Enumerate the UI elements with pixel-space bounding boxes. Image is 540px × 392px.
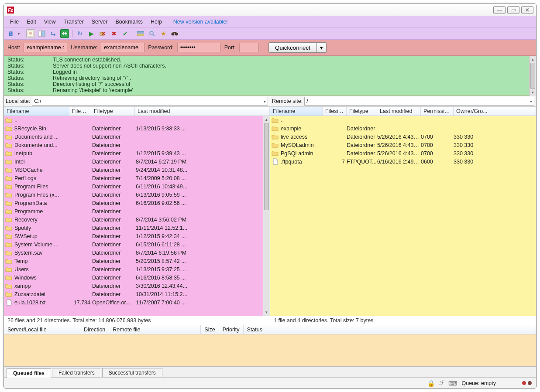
site-manager-icon[interactable]: 🖥 bbox=[7, 29, 15, 38]
list-item[interactable]: PgSQLadminDateiordner5/26/2016 4:43:...0… bbox=[270, 149, 536, 157]
compare-icon[interactable] bbox=[60, 29, 69, 38]
list-item[interactable]: System.savDateiordner8/7/2014 6:19:56 PM bbox=[4, 249, 263, 257]
maximize-button[interactable]: ▭ bbox=[507, 6, 519, 14]
close-button[interactable]: ✕ bbox=[521, 6, 533, 14]
list-item[interactable]: live accessDateiordner5/26/2016 4:43:...… bbox=[270, 133, 536, 141]
list-item[interactable]: UsersDateiordner1/13/2015 9:37:25 ... bbox=[4, 265, 263, 273]
host-input[interactable] bbox=[24, 43, 67, 52]
list-item[interactable]: SWSetupDateiordner1/12/2015 9:42:34 ... bbox=[4, 232, 263, 240]
quickconnect-button[interactable]: Quickconnect bbox=[268, 42, 317, 53]
quickconnect-history-button[interactable]: ▾ bbox=[317, 42, 327, 53]
list-item[interactable]: MSOCacheDateiordner9/24/2014 10:31:48... bbox=[4, 166, 263, 174]
queue-tabs: Queued files Failed transfers Successful… bbox=[4, 367, 536, 378]
menu-edit[interactable]: Edit bbox=[23, 18, 40, 26]
local-col-filename[interactable]: Filename bbox=[4, 107, 69, 116]
remote-col-filetype[interactable]: Filetype bbox=[347, 107, 377, 116]
local-path-input[interactable] bbox=[32, 97, 268, 106]
remote-col-filesize[interactable]: Filesize bbox=[323, 107, 347, 116]
list-item[interactable]: IntelDateiordner8/7/2014 6:27:19 PM bbox=[4, 157, 263, 166]
list-item[interactable]: .. bbox=[4, 116, 263, 124]
remote-path-input[interactable] bbox=[304, 97, 534, 106]
list-item[interactable]: MySQLadminDateiordner5/26/2016 4:43:...0… bbox=[270, 141, 536, 149]
toggle-tree-icon[interactable] bbox=[38, 29, 46, 38]
menu-server[interactable]: Server bbox=[88, 18, 111, 26]
sync-browsing-icon[interactable]: ⇆ bbox=[49, 29, 58, 38]
activity-light-icon bbox=[522, 381, 526, 385]
list-item[interactable]: inetpubDateiordner1/12/2015 9:39:43 ... bbox=[4, 149, 263, 157]
username-input[interactable] bbox=[101, 43, 144, 52]
new-version-link[interactable]: New version available! bbox=[170, 18, 231, 26]
local-file-list[interactable]: ..$Recycle.BinDateiordner1/13/2015 9:38:… bbox=[4, 116, 263, 316]
disconnect-icon[interactable]: ✖ bbox=[110, 29, 118, 38]
svg-point-11 bbox=[150, 31, 153, 35]
list-item[interactable]: ProgramDataDateiordner6/16/2016 9:02:56 … bbox=[4, 199, 263, 207]
list-item[interactable]: Program Files (x...Dateiordner6/13/2016 … bbox=[4, 191, 263, 199]
process-queue-icon[interactable]: ▶ bbox=[87, 29, 96, 38]
list-item[interactable]: $Recycle.BinDateiordner1/13/2015 9:38:33… bbox=[4, 124, 263, 133]
tab-failed[interactable]: Failed transfers bbox=[52, 368, 101, 377]
menu-bookmarks[interactable]: Bookmarks bbox=[112, 18, 146, 26]
list-item[interactable]: System Volume ...Dateiordner6/15/2016 6:… bbox=[4, 240, 263, 249]
list-item[interactable]: ProgrammeDateiordner bbox=[4, 207, 263, 215]
list-item[interactable]: Program FilesDateiordner6/11/2016 10:43:… bbox=[4, 182, 263, 191]
port-input[interactable] bbox=[239, 43, 259, 52]
list-item[interactable]: SpotifyDateiordner11/11/2014 12:52:1... bbox=[4, 224, 263, 232]
app-logo-icon: Fz bbox=[7, 6, 14, 14]
filter-icon[interactable] bbox=[136, 29, 145, 38]
log-scrollbar[interactable]: ▴▾ bbox=[529, 56, 536, 96]
list-item[interactable]: RecoveryDateiordner8/7/2014 3:56:02 PM bbox=[4, 215, 263, 224]
local-col-filesize[interactable]: Filesize bbox=[69, 107, 91, 116]
tab-successful[interactable]: Successful transfers bbox=[102, 368, 162, 377]
list-item[interactable]: exampleDateiordner bbox=[270, 124, 536, 133]
svg-rect-4 bbox=[38, 31, 41, 36]
local-col-filetype[interactable]: Filetype bbox=[91, 107, 135, 116]
binoculars-icon[interactable] bbox=[170, 29, 179, 38]
remote-file-list[interactable]: ..exampleDateiordnerlive accessDateiordn… bbox=[270, 116, 536, 316]
menu-transfer[interactable]: Transfer bbox=[60, 18, 87, 26]
message-log[interactable]: Status:TLS connection established.Status… bbox=[4, 56, 536, 96]
list-item[interactable]: Dokumente und...Dateiordner bbox=[4, 141, 263, 149]
toggle-log-icon[interactable] bbox=[26, 29, 35, 38]
refresh-icon[interactable]: ↻ bbox=[76, 29, 84, 38]
svg-line-12 bbox=[153, 34, 155, 36]
list-item[interactable]: WindowsDateiordner6/16/2016 8:58:35 ... bbox=[4, 273, 263, 282]
lock-icon[interactable]: 🔒 bbox=[427, 380, 435, 387]
filter-status-icon[interactable]: ℱ bbox=[439, 379, 444, 387]
local-scrollbar[interactable]: ▴▾ bbox=[263, 116, 270, 316]
toolbar: 🖥▾ ⇆ ↻ ▶ ✖ ✔ ★ bbox=[4, 28, 536, 40]
list-item[interactable]: xamppDateiordner3/30/2016 12:43:44... bbox=[4, 282, 263, 290]
list-item[interactable]: eula.1028.txt17.734OpenOffice.or...11/7/… bbox=[4, 298, 263, 307]
password-label: Password: bbox=[148, 44, 173, 51]
list-item[interactable]: Documents and ...Dateiordner bbox=[4, 133, 263, 141]
list-item[interactable]: TempDateiordner5/20/2015 8:57:42 ... bbox=[4, 257, 263, 265]
tab-queued[interactable]: Queued files bbox=[7, 368, 51, 378]
remote-col-permissions[interactable]: Permissions bbox=[421, 107, 454, 116]
minimize-button[interactable]: — bbox=[493, 6, 506, 14]
cancel-icon[interactable] bbox=[98, 29, 107, 38]
list-item[interactable]: ZuzsatzdateiDateiordner10/31/2014 11:15:… bbox=[4, 290, 263, 298]
search-icon[interactable] bbox=[148, 29, 156, 38]
reconnect-icon[interactable]: ✔ bbox=[121, 29, 130, 38]
menu-help[interactable]: Help bbox=[147, 18, 165, 26]
local-pane: Local site: ▾ Filename Filesize Filetype… bbox=[4, 96, 270, 325]
queue-col-remote[interactable]: Remote file bbox=[109, 325, 201, 334]
password-input[interactable] bbox=[177, 43, 221, 52]
menu-view[interactable]: View bbox=[41, 18, 59, 26]
menu-file[interactable]: File bbox=[7, 18, 22, 26]
queue-col-size[interactable]: Size bbox=[201, 325, 219, 334]
keyboard-icon[interactable]: ⌨ bbox=[448, 380, 457, 387]
queue-col-server[interactable]: Server/Local file bbox=[4, 325, 80, 334]
local-col-modified[interactable]: Last modified bbox=[135, 107, 270, 116]
queue-area[interactable] bbox=[4, 334, 536, 366]
remote-col-filename[interactable]: Filename bbox=[270, 107, 323, 116]
remote-col-owner[interactable]: Owner/Gro... bbox=[454, 107, 536, 116]
list-item[interactable]: .ftpquota7FTPQUOT...6/16/2016 2:49:...06… bbox=[270, 157, 536, 166]
list-item[interactable]: PerfLogsDateiordner7/14/2009 5:20:08 ... bbox=[4, 174, 263, 182]
queue-col-status[interactable]: Status bbox=[244, 325, 536, 334]
bookmark-icon[interactable]: ★ bbox=[159, 29, 168, 38]
queue-col-priority[interactable]: Priority bbox=[219, 325, 244, 334]
host-label: Host: bbox=[7, 44, 20, 51]
queue-col-direction[interactable]: Direction bbox=[80, 325, 109, 334]
list-item[interactable]: .. bbox=[270, 116, 536, 124]
remote-col-modified[interactable]: Last modified bbox=[377, 107, 421, 116]
